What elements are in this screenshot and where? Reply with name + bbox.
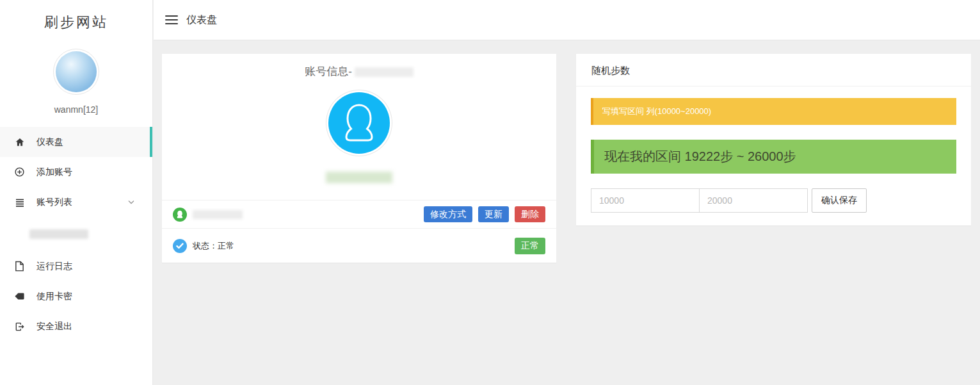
sidebar-subitem-account[interactable]: [0, 217, 152, 251]
steps-form: 确认保存: [591, 188, 956, 213]
status-label: 状态：正常: [193, 240, 234, 252]
redacted-account-id: [355, 67, 414, 77]
qq-green-icon: [173, 208, 187, 222]
page-title: 仪表盘: [186, 13, 217, 27]
chevron-down-icon: [128, 200, 134, 204]
sidebar-item-card-key[interactable]: 使用卡密: [0, 281, 152, 311]
redacted-account-name: [29, 229, 88, 239]
max-steps-input[interactable]: [699, 188, 808, 213]
sidebar-item-run-log[interactable]: 运行日志: [0, 251, 152, 281]
home-icon: [14, 136, 25, 147]
redacted-account-number: [193, 210, 243, 219]
file-icon: [14, 261, 25, 272]
qq-penguin-icon: [328, 92, 390, 154]
sidebar-item-label: 运行日志: [36, 261, 72, 272]
avatar: [53, 49, 99, 95]
panel-title: 随机步数: [576, 54, 971, 86]
add-circle-icon: [14, 167, 25, 177]
brand-title: 刷步网站: [0, 0, 152, 32]
sidebar-item-logout[interactable]: 安全退出: [0, 311, 152, 341]
sidebar-item-label: 使用卡密: [36, 291, 72, 302]
sidebar-item-account-list[interactable]: 账号列表: [0, 187, 152, 217]
top-header: 仪表盘: [154, 0, 980, 40]
sidebar-item-dashboard[interactable]: 仪表盘: [0, 127, 152, 157]
confirm-save-button[interactable]: 确认保存: [812, 188, 867, 213]
list-icon: [14, 197, 25, 208]
account-card-title: 账号信息-: [162, 64, 556, 79]
range-hint-banner: 写填写区间 列(10000~20000): [591, 98, 956, 125]
check-circle-icon: [173, 239, 187, 253]
tag-icon: [14, 291, 25, 302]
sidebar-item-label: 账号列表: [36, 197, 72, 208]
status-badge: 正常: [515, 238, 545, 254]
logout-icon: [14, 321, 25, 332]
app-root: 刷步网站 wanmn[12] 仪表盘 添加账号 账: [0, 0, 980, 385]
sidebar: 刷步网站 wanmn[12] 仪表盘 添加账号 账: [0, 0, 153, 385]
modify-method-button[interactable]: 修改方式: [424, 206, 472, 222]
sidebar-item-label: 仪表盘: [36, 136, 63, 148]
delete-button[interactable]: 删除: [515, 206, 545, 222]
random-steps-panel: 随机步数 写填写区间 列(10000~20000) 现在我的区间 19222步 …: [576, 54, 971, 225]
avatar-image: [56, 51, 97, 92]
current-range-banner: 现在我的区间 19222步 ~ 26000步: [591, 140, 956, 174]
account-card-title-text: 账号信息-: [305, 65, 352, 78]
hamburger-icon[interactable]: [165, 15, 178, 24]
sidebar-item-label: 安全退出: [36, 321, 72, 332]
username: wanmn[12]: [0, 104, 152, 115]
sidebar-menu: 仪表盘 添加账号 账号列表: [0, 127, 152, 341]
update-button[interactable]: 更新: [478, 206, 509, 222]
account-card: 账号信息- 修改方式 更新 删除 状态：正常 正常: [162, 54, 556, 263]
sidebar-item-add-account[interactable]: 添加账号: [0, 157, 152, 187]
min-steps-input[interactable]: [591, 188, 700, 213]
redacted-nickname-badge: [326, 172, 392, 183]
sidebar-item-label: 添加账号: [36, 167, 72, 178]
status-row: 状态：正常 正常: [162, 228, 556, 263]
account-row: 修改方式 更新 删除: [162, 200, 556, 228]
